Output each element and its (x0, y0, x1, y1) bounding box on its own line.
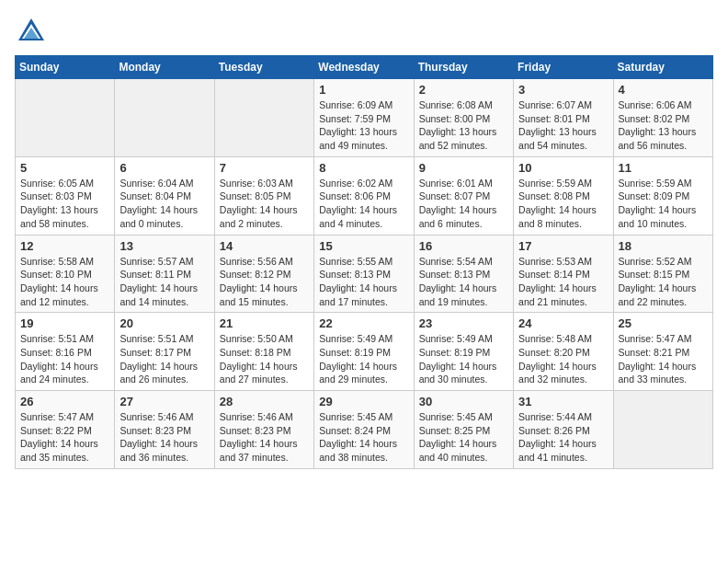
day-info: Sunrise: 5:55 AM Sunset: 8:13 PM Dayligh… (319, 255, 408, 309)
day-number: 29 (319, 395, 408, 408)
day-info: Sunrise: 5:58 AM Sunset: 8:10 PM Dayligh… (20, 255, 109, 309)
day-info: Sunrise: 5:54 AM Sunset: 8:13 PM Dayligh… (419, 255, 508, 309)
weekday-header-sunday: Sunday (16, 56, 115, 79)
calendar-cell: 8Sunrise: 6:02 AM Sunset: 8:06 PM Daylig… (314, 156, 414, 235)
calendar-cell: 7Sunrise: 6:03 AM Sunset: 8:05 PM Daylig… (214, 156, 313, 235)
calendar-cell: 26Sunrise: 5:47 AM Sunset: 8:22 PM Dayli… (16, 391, 115, 469)
calendar-header: SundayMondayTuesdayWednesdayThursdayFrid… (16, 56, 713, 79)
calendar-week-1: 1Sunrise: 6:09 AM Sunset: 7:59 PM Daylig… (16, 79, 713, 157)
day-number: 1 (319, 83, 408, 97)
day-number: 21 (220, 316, 309, 330)
weekday-header-thursday: Thursday (414, 56, 513, 79)
day-info: Sunrise: 5:52 AM Sunset: 8:15 PM Dayligh… (619, 255, 708, 309)
day-number: 30 (419, 395, 508, 408)
weekday-header-saturday: Saturday (613, 56, 712, 79)
calendar-cell: 6Sunrise: 6:04 AM Sunset: 8:04 PM Daylig… (115, 156, 214, 235)
calendar-cell: 2Sunrise: 6:08 AM Sunset: 8:00 PM Daylig… (414, 79, 513, 157)
calendar-cell: 27Sunrise: 5:46 AM Sunset: 8:23 PM Dayli… (115, 391, 214, 469)
day-number: 25 (619, 316, 708, 330)
day-info: Sunrise: 5:44 AM Sunset: 8:26 PM Dayligh… (518, 410, 608, 465)
day-number: 5 (20, 161, 109, 175)
weekday-header-monday: Monday (115, 56, 214, 79)
calendar: SundayMondayTuesdayWednesdayThursdayFrid… (15, 55, 713, 469)
day-info: Sunrise: 5:59 AM Sunset: 8:08 PM Dayligh… (518, 177, 608, 231)
calendar-cell: 30Sunrise: 5:45 AM Sunset: 8:25 PM Dayli… (414, 391, 513, 469)
calendar-cell (214, 79, 313, 157)
day-number: 28 (220, 395, 309, 408)
day-number: 18 (619, 239, 708, 253)
weekday-header-tuesday: Tuesday (214, 56, 313, 79)
calendar-cell: 4Sunrise: 6:06 AM Sunset: 8:02 PM Daylig… (613, 79, 712, 157)
calendar-cell: 28Sunrise: 5:46 AM Sunset: 8:23 PM Dayli… (214, 391, 313, 469)
calendar-cell: 19Sunrise: 5:51 AM Sunset: 8:16 PM Dayli… (16, 313, 115, 391)
logo (15, 15, 51, 48)
day-info: Sunrise: 6:03 AM Sunset: 8:05 PM Dayligh… (220, 177, 309, 231)
day-number: 9 (419, 161, 508, 175)
day-number: 20 (119, 316, 209, 330)
day-info: Sunrise: 5:57 AM Sunset: 8:11 PM Dayligh… (119, 255, 209, 309)
calendar-cell: 21Sunrise: 5:50 AM Sunset: 8:18 PM Dayli… (214, 313, 313, 391)
calendar-cell: 11Sunrise: 5:59 AM Sunset: 8:09 PM Dayli… (613, 156, 712, 235)
day-info: Sunrise: 6:07 AM Sunset: 8:01 PM Dayligh… (518, 98, 608, 153)
calendar-cell: 5Sunrise: 6:05 AM Sunset: 8:03 PM Daylig… (16, 156, 115, 235)
calendar-cell: 12Sunrise: 5:58 AM Sunset: 8:10 PM Dayli… (16, 235, 115, 313)
calendar-cell: 14Sunrise: 5:56 AM Sunset: 8:12 PM Dayli… (214, 235, 313, 313)
calendar-cell (613, 391, 712, 469)
calendar-cell: 18Sunrise: 5:52 AM Sunset: 8:15 PM Dayli… (613, 235, 712, 313)
day-info: Sunrise: 6:08 AM Sunset: 8:00 PM Dayligh… (419, 98, 508, 153)
day-number: 31 (518, 395, 608, 408)
day-info: Sunrise: 6:05 AM Sunset: 8:03 PM Dayligh… (20, 177, 109, 231)
day-number: 19 (20, 316, 109, 330)
day-info: Sunrise: 5:46 AM Sunset: 8:23 PM Dayligh… (119, 410, 209, 465)
calendar-cell: 3Sunrise: 6:07 AM Sunset: 8:01 PM Daylig… (514, 79, 613, 157)
day-info: Sunrise: 5:47 AM Sunset: 8:22 PM Dayligh… (20, 410, 109, 465)
calendar-cell: 23Sunrise: 5:49 AM Sunset: 8:19 PM Dayli… (414, 313, 513, 391)
calendar-cell (115, 79, 214, 157)
day-info: Sunrise: 5:53 AM Sunset: 8:14 PM Dayligh… (518, 255, 608, 309)
day-number: 24 (518, 316, 608, 330)
day-info: Sunrise: 5:45 AM Sunset: 8:24 PM Dayligh… (319, 410, 408, 465)
day-info: Sunrise: 5:49 AM Sunset: 8:19 PM Dayligh… (319, 332, 408, 386)
day-info: Sunrise: 5:51 AM Sunset: 8:16 PM Dayligh… (20, 332, 109, 386)
calendar-cell: 20Sunrise: 5:51 AM Sunset: 8:17 PM Dayli… (115, 313, 214, 391)
calendar-cell: 9Sunrise: 6:01 AM Sunset: 8:07 PM Daylig… (414, 156, 513, 235)
day-info: Sunrise: 6:09 AM Sunset: 7:59 PM Dayligh… (319, 98, 408, 153)
calendar-week-3: 12Sunrise: 5:58 AM Sunset: 8:10 PM Dayli… (16, 235, 713, 313)
day-info: Sunrise: 5:59 AM Sunset: 8:09 PM Dayligh… (619, 177, 708, 231)
day-number: 26 (20, 395, 109, 408)
day-number: 10 (518, 161, 608, 175)
calendar-cell: 24Sunrise: 5:48 AM Sunset: 8:20 PM Dayli… (514, 313, 613, 391)
calendar-cell: 25Sunrise: 5:47 AM Sunset: 8:21 PM Dayli… (613, 313, 712, 391)
weekday-header-friday: Friday (514, 56, 613, 79)
calendar-week-2: 5Sunrise: 6:05 AM Sunset: 8:03 PM Daylig… (16, 156, 713, 235)
day-number: 3 (518, 83, 608, 97)
calendar-cell: 1Sunrise: 6:09 AM Sunset: 7:59 PM Daylig… (314, 79, 414, 157)
day-info: Sunrise: 6:04 AM Sunset: 8:04 PM Dayligh… (119, 177, 209, 231)
day-info: Sunrise: 5:49 AM Sunset: 8:19 PM Dayligh… (419, 332, 508, 386)
calendar-week-4: 19Sunrise: 5:51 AM Sunset: 8:16 PM Dayli… (16, 313, 713, 391)
calendar-cell: 22Sunrise: 5:49 AM Sunset: 8:19 PM Dayli… (314, 313, 414, 391)
day-info: Sunrise: 6:02 AM Sunset: 8:06 PM Dayligh… (319, 177, 408, 231)
day-info: Sunrise: 5:47 AM Sunset: 8:21 PM Dayligh… (619, 332, 708, 386)
day-number: 2 (419, 83, 508, 97)
day-number: 22 (319, 316, 408, 330)
calendar-cell (16, 79, 115, 157)
day-number: 15 (319, 239, 408, 253)
calendar-cell: 29Sunrise: 5:45 AM Sunset: 8:24 PM Dayli… (314, 391, 414, 469)
day-number: 14 (220, 239, 309, 253)
day-info: Sunrise: 5:50 AM Sunset: 8:18 PM Dayligh… (220, 332, 309, 386)
day-info: Sunrise: 5:56 AM Sunset: 8:12 PM Dayligh… (220, 255, 309, 309)
day-number: 12 (20, 239, 109, 253)
day-info: Sunrise: 5:45 AM Sunset: 8:25 PM Dayligh… (419, 410, 508, 465)
day-number: 16 (419, 239, 508, 253)
day-number: 11 (619, 161, 708, 175)
day-info: Sunrise: 5:51 AM Sunset: 8:17 PM Dayligh… (119, 332, 209, 386)
day-number: 4 (619, 83, 708, 97)
day-number: 13 (119, 239, 209, 253)
day-number: 23 (419, 316, 508, 330)
day-info: Sunrise: 5:46 AM Sunset: 8:23 PM Dayligh… (220, 410, 309, 465)
day-number: 17 (518, 239, 608, 253)
calendar-cell: 13Sunrise: 5:57 AM Sunset: 8:11 PM Dayli… (115, 235, 214, 313)
day-number: 7 (220, 161, 309, 175)
page-header (15, 15, 713, 48)
